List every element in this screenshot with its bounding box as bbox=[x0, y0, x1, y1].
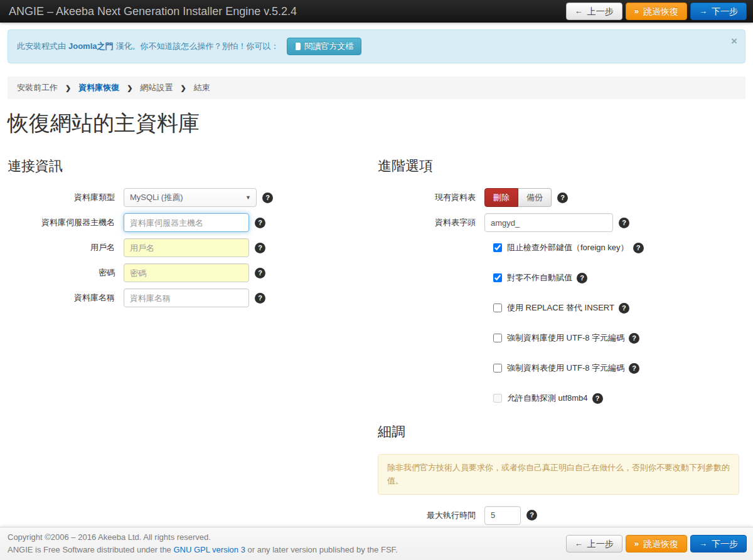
password-input[interactable] bbox=[124, 263, 249, 282]
fast-forward-icon: » bbox=[634, 538, 639, 549]
help-icon[interactable]: ? bbox=[526, 510, 537, 520]
replace-insert-checkbox-label: 使用 REPLACE 替代 INSERT bbox=[507, 302, 614, 314]
help-icon[interactable]: ? bbox=[255, 268, 265, 278]
help-icon[interactable]: ? bbox=[557, 193, 568, 203]
advanced-options-heading: 進階選項 bbox=[378, 157, 745, 176]
skip-restore-button[interactable]: » 跳過恢復 bbox=[626, 3, 687, 20]
existing-tables-toggle: 刪除 備份 bbox=[484, 188, 552, 207]
skip-restore-button-label: 跳過恢復 bbox=[643, 6, 678, 17]
next-button[interactable]: → 下一步 bbox=[690, 3, 747, 20]
utf8-database-checkbox-label: 強制資料庫使用 UTF-8 字元編碼 bbox=[507, 332, 624, 344]
book-icon bbox=[294, 43, 301, 50]
no-auto-value-checkbox[interactable] bbox=[493, 273, 502, 282]
alert-text-suffix: 漢化。你不知道該怎么操作？別怕！你可以： bbox=[116, 41, 279, 52]
form-row-database-name: 資料庫名稱 ? bbox=[8, 288, 368, 307]
form-row-password: 密碼 ? bbox=[8, 263, 368, 282]
form-row-table-prefix: 資料表字頭 ? bbox=[378, 213, 745, 232]
arrow-right-icon: → bbox=[699, 6, 707, 17]
help-icon[interactable]: ? bbox=[633, 243, 644, 253]
arrow-left-icon: ← bbox=[575, 538, 583, 549]
checkbox-row-utf8mb4: 允許自動探測 utf8mb4 ? bbox=[493, 393, 745, 404]
backup-tables-button[interactable]: 備份 bbox=[518, 188, 552, 207]
max-exec-time-input[interactable] bbox=[484, 506, 521, 525]
form-row-existing-tables: 現有資料表 刪除 備份 ? bbox=[378, 188, 745, 207]
help-icon[interactable]: ? bbox=[629, 363, 639, 374]
chevron-right-icon: ❯ bbox=[65, 84, 71, 92]
utf8mb4-autodetect-checkbox-label: 允許自動探測 utf8mb4 bbox=[507, 393, 588, 404]
utf8-tables-checkbox-label: 強制資料表使用 UTF-8 字元編碼 bbox=[507, 362, 624, 374]
license-text-suffix: or any later version published by the FS… bbox=[245, 545, 398, 554]
table-prefix-label: 資料表字頭 bbox=[378, 217, 484, 228]
database-host-input[interactable] bbox=[124, 213, 249, 232]
database-type-select[interactable]: MySQLi (推薦) ▼ bbox=[124, 188, 257, 207]
username-label: 用戶名 bbox=[8, 242, 124, 253]
form-row-database-type: 資料庫類型 MySQLi (推薦) ▼ ? bbox=[8, 188, 368, 207]
no-auto-value-checkbox-label: 對零不作自動賦值 bbox=[507, 272, 572, 283]
license-line: ANGIE is Free Software distributed under… bbox=[8, 544, 398, 556]
top-navbar: ANGIE – Akeeba Next Generation Installer… bbox=[0, 0, 753, 23]
connection-info-heading: 連接資訊 bbox=[8, 157, 368, 176]
breadcrumb-item-pre-install[interactable]: 安裝前工作 bbox=[17, 82, 58, 93]
table-prefix-input[interactable] bbox=[484, 213, 613, 232]
footer-text: Copyright ©2006 – 2016 Akeeba Ltd. All r… bbox=[8, 531, 398, 556]
app-title: ANGIE – Akeeba Next Generation Installer… bbox=[9, 5, 297, 18]
breadcrumb-item-site-setup[interactable]: 網站設置 bbox=[140, 82, 173, 93]
skip-restore-button[interactable]: » 跳過恢復 bbox=[626, 535, 687, 552]
form-row-max-exec-time: 最大執行時間 ? bbox=[378, 506, 745, 525]
copyright-line: Copyright ©2006 – 2016 Akeeba Ltd. All r… bbox=[8, 531, 398, 544]
help-icon[interactable]: ? bbox=[592, 393, 603, 404]
chevron-down-icon: ▼ bbox=[245, 194, 251, 201]
bottom-nav-buttons: ← 上一步 » 跳過恢復 → 下一步 bbox=[566, 535, 747, 552]
database-name-input[interactable] bbox=[124, 288, 249, 307]
joomla-gate-link[interactable]: Joomla之門 bbox=[68, 41, 114, 52]
checkbox-row-no-auto-value: 對零不作自動賦值 ? bbox=[493, 272, 745, 283]
help-icon[interactable]: ? bbox=[255, 218, 265, 228]
skip-restore-button-label: 跳過恢復 bbox=[643, 538, 678, 549]
next-button-label: 下一步 bbox=[712, 538, 738, 549]
form-row-database-host: 資料庫伺服器主機名 ? bbox=[8, 213, 368, 232]
breadcrumb-item-finish[interactable]: 結束 bbox=[194, 82, 210, 93]
previous-button-label: 上一步 bbox=[587, 538, 614, 549]
checkbox-row-utf8-db: 強制資料庫使用 UTF-8 字元編碼 ? bbox=[493, 332, 745, 344]
form-row-username: 用戶名 ? bbox=[8, 238, 368, 257]
utf8mb4-autodetect-checkbox[interactable] bbox=[493, 394, 502, 403]
help-icon[interactable]: ? bbox=[619, 218, 629, 228]
checkbox-row-replace-insert: 使用 REPLACE 替代 INSERT ? bbox=[493, 302, 745, 314]
help-icon[interactable]: ? bbox=[619, 303, 629, 314]
foreign-key-checkbox[interactable] bbox=[493, 243, 502, 252]
translation-info-alert: 此安裝程式由 Joomla之門 漢化。你不知道該怎么操作？別怕！你可以： 閱讀官… bbox=[8, 29, 745, 63]
next-button-label: 下一步 bbox=[712, 6, 738, 17]
alert-text-prefix: 此安裝程式由 bbox=[17, 41, 66, 52]
footer-bar: Copyright ©2006 – 2016 Akeeba Ltd. All r… bbox=[0, 527, 753, 560]
help-icon[interactable]: ? bbox=[629, 333, 639, 344]
utf8-tables-checkbox[interactable] bbox=[493, 364, 502, 372]
arrow-left-icon: ← bbox=[575, 6, 583, 17]
breadcrumb-item-database-restore[interactable]: 資料庫恢復 bbox=[78, 82, 119, 93]
connection-info-section: 連接資訊 資料庫類型 MySQLi (推薦) ▼ ? 資料庫伺服器主機名 ? 用… bbox=[8, 144, 376, 314]
help-icon[interactable]: ? bbox=[255, 293, 265, 304]
installer-page: ANGIE – Akeeba Next Generation Installer… bbox=[0, 0, 753, 560]
replace-insert-checkbox[interactable] bbox=[493, 304, 502, 312]
chevron-right-icon: ❯ bbox=[180, 84, 186, 92]
page-title: 恢復網站的主資料庫 bbox=[8, 109, 745, 138]
database-host-label: 資料庫伺服器主機名 bbox=[8, 217, 124, 228]
help-icon[interactable]: ? bbox=[255, 243, 265, 253]
utf8-database-checkbox[interactable] bbox=[493, 334, 502, 342]
arrow-right-icon: → bbox=[699, 538, 707, 549]
next-button[interactable]: → 下一步 bbox=[690, 535, 747, 552]
help-icon[interactable]: ? bbox=[262, 193, 273, 203]
database-type-label: 資料庫類型 bbox=[8, 192, 124, 203]
previous-button[interactable]: ← 上一步 bbox=[566, 535, 622, 552]
database-type-selected-value: MySQLi (推薦) bbox=[130, 192, 183, 203]
delete-tables-button[interactable]: 刪除 bbox=[484, 188, 518, 207]
max-exec-time-label: 最大執行時間 bbox=[378, 510, 484, 521]
username-input[interactable] bbox=[124, 238, 249, 257]
advanced-options-section: 進階選項 現有資料表 刪除 備份 ? 資料表字頭 ? 阻止檢查外部鍵值（fore… bbox=[376, 144, 745, 556]
help-icon[interactable]: ? bbox=[577, 273, 587, 283]
read-docs-button[interactable]: 閱讀官方文檔 bbox=[287, 38, 361, 55]
foreign-key-checkbox-label: 阻止檢查外部鍵值（foreign key） bbox=[507, 242, 629, 253]
gpl-link[interactable]: GNU GPL version 3 bbox=[173, 545, 245, 554]
previous-button[interactable]: ← 上一步 bbox=[566, 3, 622, 20]
close-icon[interactable]: × bbox=[731, 35, 737, 48]
fast-forward-icon: » bbox=[634, 6, 639, 17]
